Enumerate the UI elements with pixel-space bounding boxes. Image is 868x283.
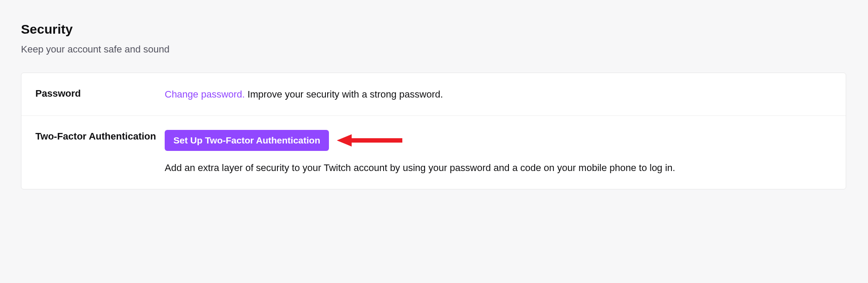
twofa-content: Set Up Two-Factor Authentication Add an … — [165, 130, 832, 175]
setup-twofa-button[interactable]: Set Up Two-Factor Authentication — [165, 130, 329, 151]
password-label: Password — [35, 87, 165, 101]
security-section: Security Keep your account safe and soun… — [0, 0, 868, 211]
password-description: Improve your security with a strong pass… — [245, 89, 443, 100]
section-title: Security — [21, 22, 846, 37]
twofa-row: Two-Factor Authentication Set Up Two-Fac… — [21, 116, 846, 189]
section-subtitle: Keep your account safe and sound — [21, 44, 846, 55]
twofa-description: Add an extra layer of security to your T… — [165, 161, 832, 175]
security-card: Password Change password. Improve your s… — [21, 73, 846, 189]
svg-marker-1 — [337, 134, 352, 147]
annotation-arrow-icon — [337, 133, 405, 148]
twofa-label: Two-Factor Authentication — [35, 130, 165, 175]
password-content: Change password. Improve your security w… — [165, 87, 832, 101]
twofa-button-row: Set Up Two-Factor Authentication — [165, 130, 832, 151]
password-row: Password Change password. Improve your s… — [21, 73, 846, 116]
change-password-link[interactable]: Change password. — [165, 89, 245, 100]
